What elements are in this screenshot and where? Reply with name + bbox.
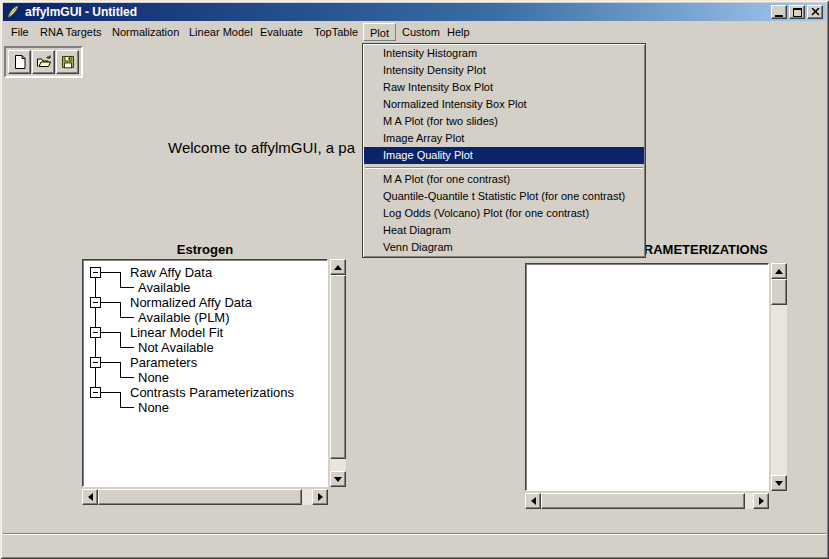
new-file-icon — [12, 54, 28, 70]
window-title: affylmGUI - Untitled — [25, 5, 137, 19]
tree-node-label[interactable]: Raw Affy Data — [130, 265, 212, 280]
menu-file[interactable]: File — [4, 23, 36, 41]
tree-connector — [101, 272, 120, 273]
left-arrow-icon — [88, 493, 93, 501]
tree-connector — [120, 392, 121, 408]
menu-plot[interactable]: Plot — [363, 23, 396, 41]
title-bar: affylmGUI - Untitled — [3, 3, 826, 21]
down-arrow-icon — [334, 477, 342, 482]
tree-node-label[interactable]: Contrasts Parameterizations — [130, 385, 294, 400]
scroll-left-button[interactable] — [82, 489, 98, 505]
tree-connector — [101, 302, 120, 303]
toolbar — [4, 46, 83, 78]
tree-connector — [120, 317, 134, 318]
tree-connector — [120, 407, 134, 408]
estrogen-tree-view[interactable]: Raw Affy Data Available Normalized Affy … — [82, 259, 328, 487]
menu-bar: File RNA Targets Normalization Linear Mo… — [3, 21, 826, 43]
menu-separator — [365, 167, 643, 169]
scrollbar-thumb[interactable] — [98, 489, 302, 505]
menu-item-qq-t-statistic-plot[interactable]: Quantile-Quantile t Statistic Plot (for … — [364, 188, 644, 205]
tree-node-label[interactable]: Linear Model Fit — [130, 325, 223, 340]
collapse-toggle-icon[interactable] — [90, 297, 101, 308]
tree-group: Parameters None — [84, 355, 326, 385]
tree-node-status[interactable]: Available (PLM) — [138, 310, 230, 325]
menu-linear-model[interactable]: Linear Model — [182, 23, 260, 41]
menu-evaluate[interactable]: Evaluate — [253, 23, 310, 41]
open-file-button[interactable] — [32, 50, 55, 74]
right-horizontal-scrollbar[interactable] — [525, 493, 769, 509]
menu-item-image-array-plot[interactable]: Image Array Plot — [364, 130, 644, 147]
scrollbar-thumb[interactable] — [771, 279, 787, 305]
scrollbar-thumb[interactable] — [330, 275, 346, 459]
menu-item-intensity-histogram[interactable]: Intensity Histogram — [364, 45, 644, 62]
collapse-toggle-icon[interactable] — [90, 357, 101, 368]
tree-group: Contrasts Parameterizations None — [84, 385, 326, 415]
tree-connector — [101, 362, 120, 363]
new-file-button[interactable] — [8, 50, 31, 74]
tree-connector — [120, 272, 121, 288]
app-window: affylmGUI - Untitled File RNA Targets No… — [0, 0, 829, 559]
tree-connector — [120, 332, 121, 348]
tree-group: Raw Affy Data Available — [84, 265, 326, 295]
tree-node-status[interactable]: None — [138, 400, 169, 415]
tree-node-status[interactable]: Available — [138, 280, 191, 295]
minimize-icon — [775, 15, 783, 17]
collapse-toggle-icon[interactable] — [90, 387, 101, 398]
welcome-text: Welcome to affylmGUI, a pa — [168, 139, 355, 156]
scroll-left-button[interactable] — [525, 493, 541, 509]
menu-item-image-quality-plot[interactable]: Image Quality Plot — [364, 147, 644, 164]
tree-connector — [101, 392, 120, 393]
contrasts-list-box[interactable] — [525, 263, 769, 491]
right-arrow-icon — [759, 497, 764, 505]
tree-connector — [120, 302, 121, 318]
menu-item-ma-plot-two-slides[interactable]: M A Plot (for two slides) — [364, 113, 644, 130]
menu-help[interactable]: Help — [440, 23, 477, 41]
collapse-toggle-icon[interactable] — [90, 267, 101, 278]
menu-item-normalized-intensity-box-plot[interactable]: Normalized Intensity Box Plot — [364, 96, 644, 113]
scroll-down-button[interactable] — [330, 471, 346, 487]
tree-node-label[interactable]: Normalized Affy Data — [130, 295, 252, 310]
tree-group: Linear Model Fit Not Available — [84, 325, 326, 355]
right-vertical-scrollbar[interactable] — [771, 263, 787, 491]
scroll-right-button[interactable] — [753, 493, 769, 509]
minimize-button[interactable] — [771, 5, 787, 19]
close-button[interactable] — [807, 5, 823, 19]
menu-item-raw-intensity-box-plot[interactable]: Raw Intensity Box Plot — [364, 79, 644, 96]
open-folder-icon — [36, 54, 52, 70]
close-icon — [811, 8, 820, 16]
tree-connector — [120, 347, 134, 348]
menu-rna-targets[interactable]: RNA Targets — [33, 23, 109, 41]
scroll-up-button[interactable] — [771, 263, 787, 279]
tree-node-label[interactable]: Parameters — [130, 355, 197, 370]
menu-item-heat-diagram[interactable]: Heat Diagram — [364, 222, 644, 239]
menu-toptable[interactable]: TopTable — [307, 23, 365, 41]
tree-connector — [101, 332, 120, 333]
feather-app-icon — [6, 5, 20, 19]
tree-connector — [120, 362, 121, 378]
right-arrow-icon — [318, 493, 323, 501]
maximize-icon — [793, 8, 802, 17]
tree-node-status[interactable]: Not Available — [138, 340, 214, 355]
left-arrow-icon — [531, 497, 536, 505]
left-horizontal-scrollbar[interactable] — [82, 489, 328, 505]
scroll-up-button[interactable] — [330, 259, 346, 275]
menu-item-ma-plot-one-contrast[interactable]: M A Plot (for one contrast) — [364, 171, 644, 188]
save-button[interactable] — [56, 50, 79, 74]
tree-node-status[interactable]: None — [138, 370, 169, 385]
left-vertical-scrollbar[interactable] — [330, 259, 346, 487]
menu-normalization[interactable]: Normalization — [105, 23, 186, 41]
left-panel-title: Estrogen — [82, 242, 328, 257]
menu-item-venn-diagram[interactable]: Venn Diagram — [364, 239, 644, 256]
down-arrow-icon — [775, 481, 783, 486]
maximize-button[interactable] — [789, 5, 805, 19]
menu-item-intensity-density-plot[interactable]: Intensity Density Plot — [364, 62, 644, 79]
status-bar-separator — [3, 533, 826, 535]
scroll-right-button[interactable] — [312, 489, 328, 505]
scrollbar-thumb[interactable] — [541, 493, 745, 509]
tree-connector — [120, 287, 134, 288]
collapse-toggle-icon[interactable] — [90, 327, 101, 338]
menu-item-log-odds-volcano-plot[interactable]: Log Odds (Volcano) Plot (for one contras… — [364, 205, 644, 222]
save-floppy-icon — [60, 54, 76, 70]
plot-dropdown-menu: Intensity Histogram Intensity Density Pl… — [362, 43, 646, 258]
scroll-down-button[interactable] — [771, 475, 787, 491]
